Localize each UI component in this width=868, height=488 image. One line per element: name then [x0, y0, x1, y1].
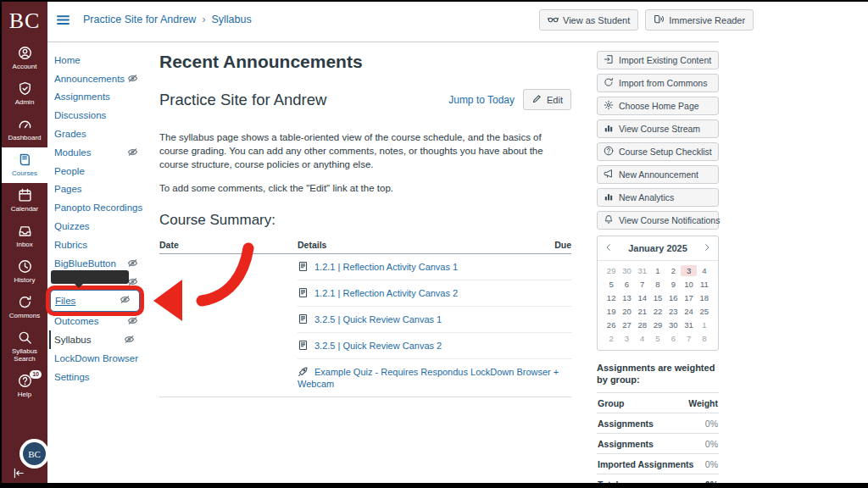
calendar-day[interactable]: 6 — [665, 333, 681, 344]
calendar-day[interactable]: 9 — [665, 279, 681, 290]
calendar-day[interactable]: 26 — [604, 319, 619, 330]
calendar-day[interactable]: 3 — [619, 333, 634, 344]
institution-logo[interactable]: BC — [2, 2, 47, 41]
calendar-day[interactable]: 8 — [697, 333, 712, 344]
hamburger-menu-icon[interactable] — [55, 13, 71, 27]
calendar-day[interactable]: 29 — [650, 319, 665, 330]
calendar-day[interactable]: 20 — [619, 306, 634, 317]
jump-to-today-link[interactable]: Jump to Today — [448, 94, 515, 106]
course-nav-item-outcomes[interactable]: Outcomes — [54, 312, 149, 330]
course-nav-item-files[interactable]: Files — [50, 290, 140, 312]
global-nav-item-calendar[interactable]: Calendar — [2, 183, 47, 219]
edit-button[interactable]: Edit — [523, 89, 571, 110]
calendar-day[interactable]: 27 — [619, 319, 634, 330]
calendar-day[interactable]: 5 — [650, 333, 665, 344]
calendar-title: January 2025 — [614, 243, 702, 253]
global-nav-item-syllabus-search[interactable]: Syllabus Search — [2, 325, 47, 369]
calendar-day[interactable]: 30 — [665, 319, 681, 330]
global-nav-item-history[interactable]: History — [2, 254, 47, 290]
summary-item-link[interactable]: 3.2.5 | Quick Review Canvas 2 — [314, 341, 442, 351]
summary-item-link[interactable]: Example Quiz - Requires Respondus LockDo… — [298, 367, 559, 389]
course-nav-item-home[interactable]: Home — [54, 51, 149, 69]
calendar-day[interactable]: 25 — [697, 306, 712, 317]
course-nav-item-syllabus[interactable]: Syllabus — [49, 330, 149, 349]
calendar-day[interactable]: 8 — [650, 279, 665, 290]
summary-item-link[interactable]: 3.2.5 | Quick Review Canvas 1 — [314, 314, 442, 324]
calendar-day[interactable]: 19 — [604, 306, 619, 317]
course-nav-item-people[interactable]: People — [54, 162, 149, 180]
view-as-student-button[interactable]: View as Student — [539, 9, 638, 30]
calendar-day[interactable]: 4 — [697, 265, 712, 276]
global-nav-item-admin[interactable]: Admin — [2, 76, 47, 112]
summary-item-link[interactable]: 1.2.1 | Reflection Activity Canvas 2 — [314, 288, 458, 298]
global-nav-item-help[interactable]: Help10 — [2, 369, 47, 404]
choose-home-page-button[interactable]: Choose Home Page — [597, 97, 719, 115]
global-nav-item-dashboard[interactable]: Dashboard — [2, 112, 47, 147]
new-announcement-button[interactable]: New Announcement — [597, 165, 719, 184]
calendar-day[interactable]: 22 — [650, 306, 665, 317]
calendar-day[interactable]: 31 — [635, 265, 650, 276]
calendar-day[interactable]: 28 — [635, 319, 650, 330]
global-nav-item-inbox[interactable]: Inbox — [2, 219, 47, 254]
course-nav-item-panopto-recordings[interactable]: Panopto Recordings — [54, 198, 149, 217]
calendar-day[interactable]: 23 — [665, 306, 681, 317]
calendar-day[interactable]: 7 — [635, 279, 650, 290]
calendar-day[interactable]: 6 — [619, 279, 634, 290]
breadcrumb-separator: › — [202, 14, 205, 25]
calendar-day[interactable]: 5 — [604, 279, 619, 290]
calendar-day[interactable]: 30 — [619, 265, 634, 276]
new-analytics-button[interactable]: New Analytics — [597, 188, 719, 207]
calendar-day[interactable]: 4 — [635, 333, 650, 344]
calendar-day[interactable]: 1 — [650, 265, 665, 276]
course-nav-item-assignments[interactable]: Assignments — [54, 88, 149, 107]
immersive-reader-button[interactable]: Immersive Reader — [645, 9, 754, 30]
course-summary-row: 1.2.1 | Reflection Activity Canvas 2 — [159, 280, 571, 307]
calendar-day[interactable]: 21 — [635, 306, 650, 317]
calendar-prev-button[interactable] — [604, 241, 614, 256]
calendar-day[interactable]: 7 — [681, 333, 696, 344]
course-nav-item-pages[interactable]: Pages — [54, 180, 149, 199]
course-nav-item-discussions[interactable]: Discussions — [54, 106, 149, 125]
course-nav-item-quizzes[interactable]: Quizzes — [54, 217, 149, 236]
calendar-day[interactable]: 11 — [697, 279, 712, 290]
view-course-stream-button[interactable]: View Course Stream — [597, 119, 719, 138]
course-nav-item-grades[interactable]: Grades — [54, 125, 149, 143]
calendar-day[interactable]: 15 — [650, 292, 665, 303]
import-from-commons-button[interactable]: Import from Commons — [597, 74, 719, 92]
calendar-day[interactable]: 29 — [604, 265, 619, 276]
global-nav-item-courses[interactable]: Courses — [2, 147, 47, 183]
global-nav-item-account[interactable]: Account — [2, 41, 47, 76]
course-nav-item-rubrics[interactable]: Rubrics — [54, 236, 149, 254]
calendar-day[interactable]: 12 — [604, 292, 619, 303]
import-existing-content-button[interactable]: Import Existing Content — [597, 51, 719, 69]
calendar-day[interactable]: 18 — [697, 292, 712, 303]
calendar-day[interactable]: 13 — [619, 292, 634, 303]
course-nav-item-modules[interactable]: Modules — [54, 143, 149, 162]
course-nav-item-announcements[interactable]: Announcements — [54, 69, 149, 88]
calendar-day-today[interactable]: 3 — [681, 265, 696, 276]
weights-header-row: Group Weight — [597, 392, 719, 413]
calendar-next-button[interactable] — [702, 241, 712, 256]
calendar-day[interactable]: 10 — [681, 279, 696, 290]
bar-chart-icon — [604, 123, 614, 135]
calendar-day[interactable]: 2 — [665, 265, 681, 276]
calendar-day[interactable]: 31 — [681, 319, 696, 330]
calendar-day[interactable]: 14 — [635, 292, 650, 303]
course-nav-item-settings[interactable]: Settings — [54, 368, 149, 386]
eye-slash-icon — [127, 315, 138, 328]
collapse-global-nav-button[interactable] — [13, 467, 25, 483]
view-course-notifications-button[interactable]: View Course Notifications — [597, 211, 719, 230]
course-setup-checklist-button[interactable]: Course Setup Checklist — [597, 142, 719, 161]
summary-item-link[interactable]: 1.2.1 | Reflection Activity Canvas 1 — [314, 262, 458, 272]
breadcrumb-page-link[interactable]: Syllabus — [211, 14, 251, 25]
calendar-day[interactable]: 2 — [604, 333, 619, 344]
course-nav-item-hidden-by-tooltip[interactable] — [54, 273, 149, 291]
calendar-day[interactable]: 1 — [697, 319, 712, 330]
breadcrumb-course-link[interactable]: Practice Site for Andrew — [83, 14, 196, 25]
calendar-day[interactable]: 17 — [681, 292, 696, 303]
calendar-day[interactable]: 24 — [681, 306, 696, 317]
global-nav-item-commons[interactable]: Commons — [2, 290, 47, 325]
column-header-due: Due — [534, 240, 571, 250]
course-nav-item-lockdown-browser[interactable]: LockDown Browser — [54, 349, 149, 368]
calendar-day[interactable]: 16 — [665, 292, 681, 303]
